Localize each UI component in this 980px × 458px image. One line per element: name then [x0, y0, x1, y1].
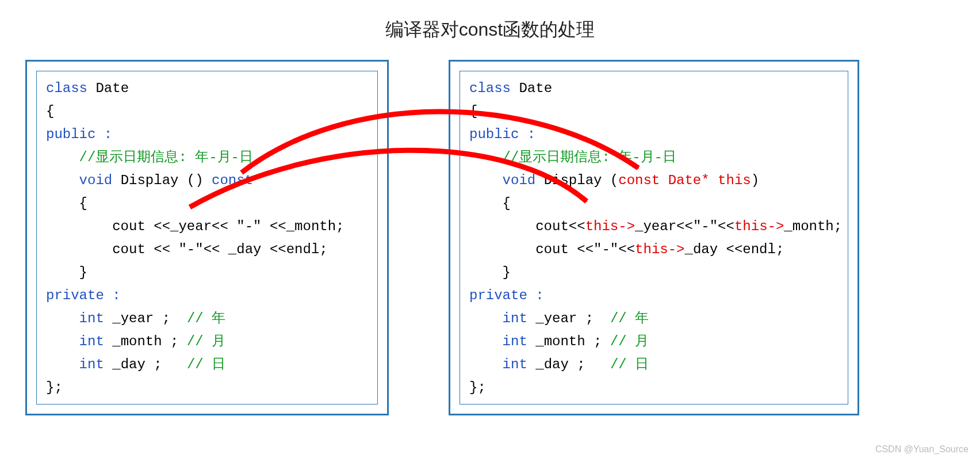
diagram-root: 编译器对const函数的处理 class Date { public : //显…	[0, 0, 980, 458]
kw-int: int	[503, 311, 527, 326]
fn-display: Display (	[544, 173, 619, 188]
kw-void: void	[503, 173, 536, 188]
kw-int: int	[503, 357, 527, 372]
var-day: _day <<endl;	[685, 242, 784, 257]
var-year: _year<<	[635, 219, 693, 234]
brace: };	[469, 380, 486, 395]
kw-private: private :	[469, 288, 544, 303]
brace: {	[46, 104, 54, 119]
brace: }	[79, 265, 87, 280]
cmt-year: // 年	[610, 311, 649, 326]
cmt-day: // 日	[610, 357, 649, 372]
right-code-inner: class Date { public : //显示日期信息: 年-月-日 vo…	[460, 71, 848, 404]
var-month: _month;	[784, 219, 842, 234]
stmt-cout2a: cout <<	[535, 242, 594, 257]
paren-close: )	[751, 173, 759, 188]
param-const-this: const Date* this	[618, 173, 751, 188]
kw-public: public :	[469, 127, 535, 142]
left-code-box: class Date { public : //显示日期信息: 年-月-日 vo…	[25, 60, 389, 415]
kw-int: int	[79, 357, 104, 372]
kw-void: void	[79, 173, 113, 188]
str-dash1: "-"	[236, 219, 261, 234]
var-month: _month ;	[535, 334, 602, 349]
var-day: _day ;	[112, 357, 162, 372]
brace: {	[503, 196, 511, 211]
cmt-day: // 日	[187, 357, 225, 372]
kw-const: const	[212, 173, 253, 188]
kw-class: class	[469, 81, 511, 96]
left-code-inner: class Date { public : //显示日期信息: 年-月-日 vo…	[36, 71, 378, 404]
right-code: class Date { public : //显示日期信息: 年-月-日 vo…	[469, 77, 839, 399]
right-code-box: class Date { public : //显示日期信息: 年-月-日 vo…	[449, 60, 859, 415]
kw-class: class	[46, 81, 87, 96]
stmt-cout2b: << _day <<endl;	[204, 242, 328, 257]
str-dash2: "-"	[178, 242, 203, 257]
class-name: Date	[519, 81, 552, 96]
str-dash1: "-"	[693, 219, 718, 234]
brace: };	[46, 380, 63, 395]
stmt-cout1b: <<_month;	[261, 219, 344, 234]
comment-date-info: //显示日期信息: 年-月-日	[503, 150, 676, 165]
kw-private: private :	[46, 288, 121, 303]
watermark: CSDN @Yuan_Source	[875, 444, 968, 455]
cmt-month: // 月	[187, 334, 225, 349]
var-year: _year ;	[535, 311, 594, 326]
cmt-year: // 年	[187, 311, 225, 326]
stmt-cout2a: cout <<	[112, 242, 178, 257]
stmt-cout1a: cout<<	[535, 219, 585, 234]
kw-int: int	[79, 311, 104, 326]
str-dash2: "-"	[594, 242, 618, 257]
page-title: 编译器对const函数的处理	[0, 17, 980, 43]
stmt-cout1a: cout <<_year<<	[112, 219, 236, 234]
var-year: _year ;	[112, 311, 170, 326]
brace: {	[469, 104, 477, 119]
fn-display: Display ()	[121, 173, 204, 188]
class-name: Date	[95, 81, 129, 96]
this-ptr: this->	[734, 219, 784, 234]
comment-date-info: //显示日期信息: 年-月-日	[79, 150, 253, 165]
brace: {	[79, 196, 87, 211]
kw-int: int	[79, 334, 104, 349]
var-month: _month ;	[112, 334, 178, 349]
kw-public: public :	[46, 127, 112, 142]
var-day: _day ;	[535, 357, 585, 372]
ins-op: <<	[718, 219, 734, 234]
brace: }	[503, 265, 511, 280]
ins-op: <<	[618, 242, 635, 257]
kw-int: int	[503, 334, 527, 349]
this-ptr: this->	[635, 242, 684, 257]
left-code: class Date { public : //显示日期信息: 年-月-日 vo…	[46, 77, 368, 399]
this-ptr: this->	[585, 219, 635, 234]
cmt-month: // 月	[610, 334, 649, 349]
